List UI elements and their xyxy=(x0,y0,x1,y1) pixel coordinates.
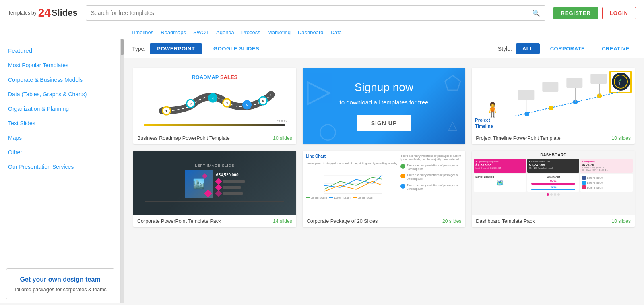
sub-nav: Timelines Roadmaps SWOT Agenda Process M… xyxy=(0,26,644,39)
svg-text:Category 4: Category 4 xyxy=(373,194,385,195)
linechart-info: Corporate Package of 20 Slides 20 slides xyxy=(303,215,466,227)
linechart-bullet-1: There are many variations of passages of… xyxy=(407,164,462,171)
timeline-thumbnail: 🧍 xyxy=(472,68,635,132)
template-card-signup[interactable]: ▷ ⬠ ◯ △ Signup now to download all templ… xyxy=(303,68,466,144)
template-card-timeline[interactable]: 🧍 xyxy=(472,68,635,144)
timeline-svg xyxy=(472,68,635,132)
deco-circle: ◯ xyxy=(319,122,337,140)
deco-pentagon: ⬠ xyxy=(444,72,461,95)
dashboard-heading: DASHBOARD xyxy=(474,153,633,157)
sidebar-item-other[interactable]: Other xyxy=(0,145,120,160)
content-area: Type: POWERPOINT GOOGLE SLIDES Style: AL… xyxy=(124,39,644,303)
svg-text:5: 5 xyxy=(246,103,248,107)
search-bar[interactable]: 🔍 xyxy=(86,5,546,21)
linechart-legend: Lorem ipsum Lorem ipsum Lorem ipsum xyxy=(306,196,398,199)
dashboard-dots xyxy=(474,193,633,196)
sidebar-item-featured[interactable]: Featured xyxy=(0,43,120,58)
style-all[interactable]: ALL xyxy=(516,43,540,54)
linechart-bullet-3: There are many variations of passages of… xyxy=(407,183,462,191)
timeline-slides: 10 slides xyxy=(612,135,631,141)
promo-title: Get your own design team xyxy=(12,276,108,283)
type-label: Type: xyxy=(132,46,146,52)
register-button[interactable]: REGISTER xyxy=(553,7,598,19)
timeline-title-text: Project Timeline PowerPoint Template xyxy=(476,135,560,141)
template-card-corp[interactable]: Left Image Slide 🏙️ 654,520, xyxy=(133,151,296,227)
corp-footer-line xyxy=(145,201,284,202)
sidebar-item-maps[interactable]: Maps xyxy=(0,131,120,145)
linechart-thumbnail: Line Chart Lorem ipsum is simply dummy t… xyxy=(303,151,466,215)
scrollbar[interactable] xyxy=(121,39,124,303)
filter-type: Type: POWERPOINT GOOGLE SLIDES xyxy=(132,43,266,54)
svg-rect-21 xyxy=(518,90,535,100)
svg-rect-24 xyxy=(591,74,607,84)
sidebar: Featured Most Popular Templates Corporat… xyxy=(0,39,121,303)
dashboard-thumbnail: DASHBOARD ● Upcoming Deposits $1,373.68 … xyxy=(472,151,635,215)
corp-info: Corporate PowerPoint Template Pack 14 sl… xyxy=(133,215,296,227)
scroll-thumb[interactable] xyxy=(121,39,124,55)
roadmap-svg: 1 2 4 3 5 6 xyxy=(140,83,289,119)
style-creative[interactable]: CREATIVE xyxy=(595,43,636,54)
roadmap-slides: 10 slides xyxy=(273,135,292,141)
deco-triangle-2: △ xyxy=(448,118,457,132)
template-grid: ROADMAP SALES 1 2 4 xyxy=(124,58,644,303)
timeline-label: ProjectTimeline xyxy=(475,117,493,129)
linechart-svg: Category 1 Category 2 Category 3 Categor… xyxy=(306,167,398,195)
sidebar-nav: Featured Most Popular Templates Corporat… xyxy=(0,39,120,264)
deco-triangle-1: ▷ xyxy=(307,72,332,109)
check-icon-1 xyxy=(400,164,405,169)
signup-button[interactable]: SIGN UP xyxy=(357,115,412,131)
subnav-timelines[interactable]: Timelines xyxy=(129,29,156,36)
sidebar-promo: Get your own design team Tailored packag… xyxy=(6,268,114,300)
sidebar-item-org[interactable]: Organization & Planning xyxy=(0,102,120,116)
style-label: Style: xyxy=(498,46,512,52)
style-corporate[interactable]: CORPORATE xyxy=(544,43,592,54)
dash-card-2: ● Transactions: 134 $1,237.55 33.41% fro… xyxy=(527,159,580,173)
logo-name: Slides xyxy=(52,8,78,18)
template-card-dashboard[interactable]: DASHBOARD ● Upcoming Deposits $1,373.68 … xyxy=(472,151,635,227)
subnav-marketing[interactable]: Marketing xyxy=(265,29,293,36)
filter-bar: Type: POWERPOINT GOOGLE SLIDES Style: AL… xyxy=(124,39,644,58)
signup-subtext: to download all templates for free xyxy=(340,99,429,106)
dash-card-3: Card (40%) $704.78 Cash (20%) $191.91 Ch… xyxy=(580,159,633,173)
corp-thumbnail: Left Image Slide 🏙️ 654,520, xyxy=(133,151,296,215)
dashboard-info: Dashboard Template Pack 10 slides xyxy=(472,215,635,227)
svg-text:2: 2 xyxy=(190,102,192,106)
sidebar-item-services[interactable]: Our Presentation Services xyxy=(0,160,120,174)
logo-prefix: Templates by xyxy=(8,10,37,16)
corp-image: 🏙️ xyxy=(185,170,213,198)
check-icon-3 xyxy=(400,184,405,189)
linechart-title-text: Corporate Package of 20 Slides xyxy=(307,218,378,224)
sidebar-item-text[interactable]: Text Slides xyxy=(0,116,120,131)
type-google-slides[interactable]: GOOGLE SLIDES xyxy=(206,43,266,54)
svg-text:3: 3 xyxy=(226,101,228,105)
roadmap-title-text: Business Roadmap PowerPoint Template xyxy=(137,135,230,141)
linechart-slides: 20 slides xyxy=(442,218,461,224)
type-powerpoint[interactable]: POWERPOINT xyxy=(150,43,202,54)
sidebar-item-data[interactable]: Data (Tables, Graphs & Charts) xyxy=(0,87,120,102)
sidebar-item-popular[interactable]: Most Popular Templates xyxy=(0,58,120,73)
logo: Templates by 24 Slides xyxy=(8,6,78,19)
dash-card-social: Lorem ipsum Lorem ipsum Lorem ipsum xyxy=(580,174,633,192)
subnav-process[interactable]: Process xyxy=(239,29,263,36)
sidebar-item-corporate[interactable]: Corporate & Business Models xyxy=(0,73,120,87)
timeline-info: Project Timeline PowerPoint Template 10 … xyxy=(472,132,635,144)
logo-number: 24 xyxy=(38,6,51,19)
svg-rect-22 xyxy=(543,82,559,92)
linechart-title: Line Chart xyxy=(306,154,398,160)
header-actions: REGISTER LOGIN xyxy=(553,7,636,19)
svg-text:4: 4 xyxy=(212,96,214,100)
subnav-dashboard[interactable]: Dashboard xyxy=(295,29,326,36)
linechart-bullet-2: There are many variations of passages of… xyxy=(407,173,462,181)
svg-text:6: 6 xyxy=(262,99,264,103)
subnav-swot[interactable]: SWOT xyxy=(191,29,211,36)
promo-description: Tailored packages for corporates & teams xyxy=(12,286,108,294)
subnav-data[interactable]: Data xyxy=(328,29,344,36)
search-button[interactable]: 🔍 xyxy=(527,6,545,20)
template-card-linechart[interactable]: Line Chart Lorem ipsum is simply dummy t… xyxy=(303,151,466,227)
subnav-roadmaps[interactable]: Roadmaps xyxy=(158,29,188,36)
template-card-roadmap[interactable]: ROADMAP SALES 1 2 4 xyxy=(133,68,296,144)
search-input[interactable] xyxy=(86,10,528,16)
subnav-agenda[interactable]: Agenda xyxy=(214,29,237,36)
login-button[interactable]: LOGIN xyxy=(602,7,636,19)
corp-slides: 14 slides xyxy=(273,218,292,224)
